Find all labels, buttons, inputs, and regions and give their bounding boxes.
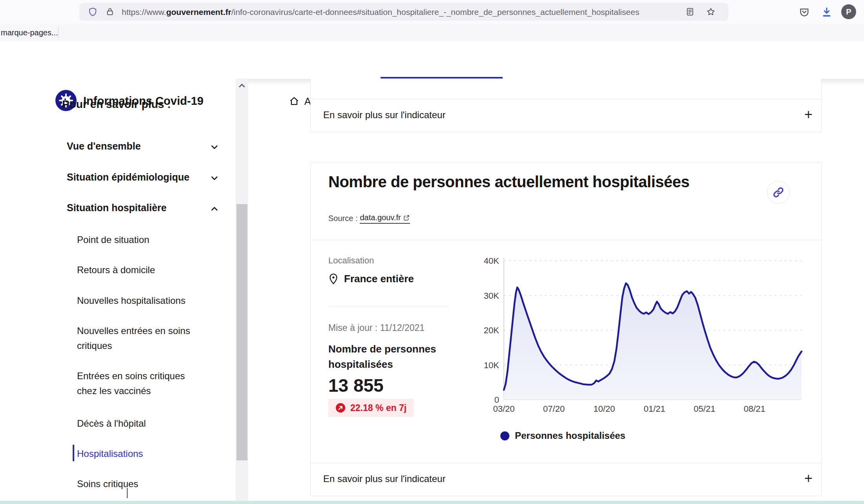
svg-text:10/20: 10/20 (593, 404, 615, 414)
svg-text:08/21: 08/21 (744, 404, 765, 414)
previous-indicator-card: En savoir plus sur l'indicateur + (310, 79, 822, 132)
localisation-row: France entière (328, 273, 414, 285)
sidebar-item-retours-a-domicile[interactable]: Retours à domicile (77, 263, 207, 278)
plus-icon: + (804, 470, 813, 487)
sidebar-section-vue-densemble[interactable]: Vue d'ensemble (67, 141, 224, 152)
bookmark-star-icon[interactable] (706, 7, 716, 16)
chart-y-axis-labels: 010K20K30K40K (484, 256, 499, 405)
stats-divider (328, 306, 449, 307)
external-link-icon (403, 214, 410, 221)
active-item-indicator (73, 445, 74, 461)
trend-up-icon (335, 403, 346, 413)
scrollbar-thumb[interactable] (236, 204, 247, 460)
svg-text:30K: 30K (484, 291, 499, 301)
sidebar-heading: Pour en savoir plus : (62, 98, 171, 111)
link-icon (772, 186, 784, 198)
sidebar-item-nouvelles-hospitalisations[interactable]: Nouvelles hospitalisations (77, 293, 207, 308)
svg-text:10K: 10K (484, 360, 499, 370)
source-link[interactable]: data.gouv.fr (360, 213, 410, 224)
accordion-label: En savoir plus sur l'indicateur (323, 473, 445, 484)
sidebar-section-situation-epidemiologique[interactable]: Situation épidémiologique (67, 172, 224, 183)
svg-text:01/21: 01/21 (644, 404, 665, 414)
card-title: Nombre de personnes actuellement hospita… (328, 173, 760, 191)
updated-label: Mise à jour : 11/12/2021 (328, 323, 425, 333)
url-text: https://www.gouvernement.fr/info-coronav… (122, 7, 639, 17)
download-icon[interactable] (821, 6, 833, 18)
text-cursor (127, 488, 128, 498)
svg-text:05/21: 05/21 (694, 404, 715, 414)
browser-toolbar: https://www.gouvernement.fr/info-coronav… (0, 0, 864, 24)
card-divider (311, 240, 821, 240)
svg-text:07/20: 07/20 (543, 404, 565, 414)
metric-value: 13 855 (328, 375, 384, 396)
permalink-button[interactable] (767, 181, 790, 204)
profile-avatar[interactable]: P (841, 4, 856, 19)
location-pin-icon (328, 273, 339, 285)
localisation-label: Localisation (328, 256, 374, 266)
localisation-value: France entière (344, 273, 414, 285)
legend-label: Personnes hospitalisées (515, 430, 625, 441)
bookmarks-bar-item[interactable]: marque-pages... (1, 28, 58, 37)
sidebar-section-situation-hospitaliere[interactable]: Situation hospitalière (67, 202, 224, 214)
accordion-label: En savoir plus sur l'indicateur (323, 110, 445, 121)
footer-band (0, 501, 864, 504)
chart-area-fill (504, 283, 802, 400)
hospitalisations-area-chart[interactable]: 010K20K30K40K 03/2007/2010/2001/2105/210… (480, 252, 805, 416)
legend-dot-icon (500, 431, 509, 440)
chart-legend: Personnes hospitalisées (500, 430, 625, 441)
sidebar-item-point-de-situation[interactable]: Point de situation (77, 232, 207, 247)
shield-icon[interactable] (88, 7, 97, 16)
lock-icon[interactable] (105, 7, 115, 16)
svg-text:03/20: 03/20 (493, 404, 514, 414)
scroll-up-arrow-icon[interactable] (237, 81, 247, 90)
metric-label: Nombre de personnes hospitalisées (328, 341, 458, 372)
site-header: Informations Covid-19 Accueil Carte et d… (0, 41, 864, 79)
chevron-up-icon[interactable] (209, 204, 220, 214)
sidebar-item-entrees-soins-critiques-vaccines[interactable]: Entrées en soins critiques chez les vacc… (77, 369, 207, 398)
url-bar[interactable]: https://www.gouvernement.fr/info-coronav… (79, 3, 729, 21)
plus-icon: + (804, 106, 813, 123)
accordion-en-savoir-plus-top[interactable]: En savoir plus sur l'indicateur + (311, 99, 821, 132)
sidebar-item-nouvelles-entrees-soins-critiques[interactable]: Nouvelles entrées en soins critiques (77, 323, 207, 353)
svg-text:0: 0 (494, 395, 499, 405)
svg-text:40K: 40K (484, 256, 499, 266)
chevron-down-icon[interactable] (209, 142, 220, 152)
trend-badge-text: 22.18 % en 7j (350, 403, 406, 413)
pocket-icon[interactable] (798, 6, 810, 18)
bookmarks-divider (58, 27, 59, 38)
sidebar-item-deces-a-lhopital[interactable]: Décès à l'hôpital (77, 416, 207, 431)
chevron-down-icon[interactable] (209, 173, 220, 183)
source-label: Source : (328, 214, 357, 223)
source-line: Source : data.gouv.fr (328, 213, 410, 224)
indicator-card-hospitalisations: Nombre de personnes actuellement hospita… (310, 163, 822, 496)
trend-badge: 22.18 % en 7j (328, 399, 414, 417)
accordion-en-savoir-plus-bottom[interactable]: En savoir plus sur l'indicateur + (311, 463, 821, 496)
sidebar-item-soins-critiques[interactable]: Soins critiques (77, 477, 207, 491)
reader-mode-icon[interactable] (685, 7, 695, 16)
bookmarks-bar: marque-pages... (0, 24, 864, 42)
sidebar-item-hospitalisations[interactable]: Hospitalisations (77, 446, 207, 461)
svg-text:20K: 20K (484, 325, 499, 335)
chart-x-axis-labels: 03/2007/2010/2001/2105/2108/21 (493, 404, 765, 414)
home-icon (289, 96, 300, 107)
